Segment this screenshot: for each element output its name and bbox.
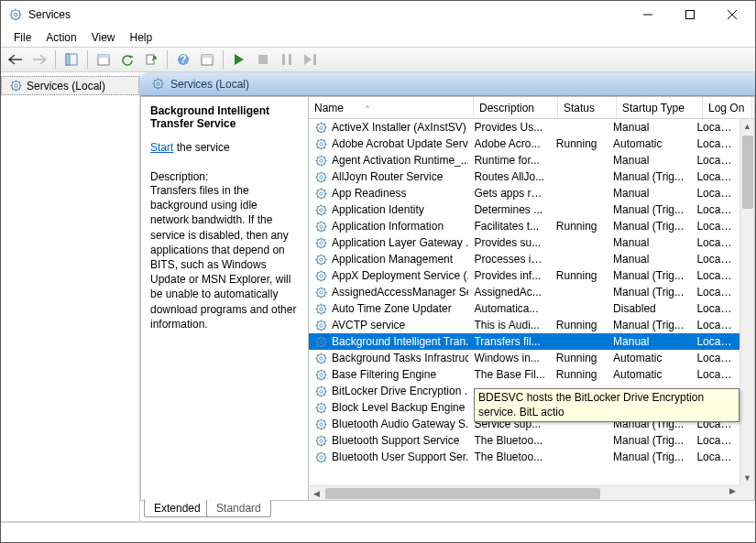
scroll-thumb[interactable] bbox=[325, 488, 600, 499]
svg-text:?: ? bbox=[180, 53, 186, 66]
minimize-button[interactable] bbox=[627, 1, 669, 28]
table-row[interactable]: Background Intelligent Tran...Transfers … bbox=[309, 333, 740, 350]
service-logon: Local Se bbox=[691, 302, 740, 315]
tab-extended[interactable]: Extended bbox=[144, 499, 211, 517]
svg-rect-14 bbox=[289, 54, 291, 65]
table-row[interactable]: Adobe Acrobat Update Serv...Adobe Acro..… bbox=[309, 136, 740, 152]
service-description: Windows in... bbox=[468, 352, 550, 364]
table-row[interactable]: Block Level Backup Engine ... bbox=[309, 399, 740, 416]
service-startup: Manual bbox=[608, 187, 691, 200]
service-name: Base Filtering Engine bbox=[332, 368, 436, 381]
service-description: The Bluetoo... bbox=[468, 451, 550, 463]
table-row[interactable]: AssignedAccessManager Se...AssignedAc...… bbox=[309, 284, 740, 300]
menu-bar: File Action View Help bbox=[1, 28, 755, 47]
svg-rect-13 bbox=[282, 54, 285, 65]
table-row[interactable]: Application InformationFacilitates t...R… bbox=[309, 218, 740, 234]
service-description: Facilitates t... bbox=[468, 220, 550, 233]
service-name: App Readiness bbox=[332, 187, 406, 200]
sort-indicator-icon: ^ bbox=[366, 103, 369, 112]
table-row[interactable]: Application IdentityDetermines ...Manual… bbox=[309, 201, 740, 218]
table-row[interactable]: Bluetooth Support ServiceThe Bluetoo...M… bbox=[309, 432, 740, 449]
gear-icon bbox=[314, 302, 328, 316]
table-row[interactable]: Base Filtering EngineThe Base Fil...Runn… bbox=[309, 366, 740, 383]
table-row[interactable]: Auto Time Zone UpdaterAutomatica...Disab… bbox=[309, 300, 740, 317]
about-button[interactable] bbox=[196, 49, 218, 70]
table-row[interactable]: BitLocker Drive Encryption ... bbox=[309, 383, 740, 399]
back-button[interactable] bbox=[5, 49, 27, 70]
pause-service-button[interactable] bbox=[276, 49, 298, 70]
gear-icon bbox=[314, 451, 328, 464]
service-name: AllJoyn Router Service bbox=[332, 170, 443, 183]
service-description: Transfers fil... bbox=[468, 335, 550, 348]
service-startup: Manual bbox=[608, 236, 691, 249]
window-title: Services bbox=[28, 8, 627, 21]
service-logon: Local Sy bbox=[691, 286, 740, 299]
svg-rect-6 bbox=[98, 55, 109, 58]
service-name: Bluetooth User Support Ser... bbox=[332, 451, 468, 463]
table-row[interactable]: AllJoyn Router ServiceRoutes AllJo...Man… bbox=[309, 168, 740, 185]
tree-item-label: Services (Local) bbox=[27, 80, 105, 92]
service-logon: Local Sy bbox=[691, 154, 740, 167]
start-service-button[interactable] bbox=[228, 49, 250, 70]
table-row[interactable]: Background Tasks Infrastruc...Windows in… bbox=[309, 350, 740, 366]
vertical-scrollbar[interactable]: ▲ ▼ bbox=[740, 119, 754, 485]
service-description: Provides su... bbox=[468, 236, 550, 249]
table-row[interactable]: AppX Deployment Service (...Provides inf… bbox=[309, 267, 740, 284]
scroll-left-button[interactable]: ◀ bbox=[309, 486, 323, 500]
table-row[interactable]: Bluetooth User Support Ser...The Bluetoo… bbox=[309, 449, 740, 465]
tree-item-services-local[interactable]: Services (Local) bbox=[1, 76, 139, 95]
menu-help[interactable]: Help bbox=[123, 29, 160, 46]
refresh-button[interactable] bbox=[116, 49, 138, 70]
table-row[interactable]: Bluetooth Audio Gateway S...Service sup.… bbox=[309, 416, 740, 432]
pane-header-title: Services (Local) bbox=[170, 78, 249, 91]
col-header-startup[interactable]: Startup Type bbox=[617, 97, 703, 118]
table-row[interactable]: AVCTP serviceThis is Audi...RunningManua… bbox=[309, 317, 740, 333]
tab-standard[interactable]: Standard bbox=[206, 500, 271, 517]
table-row[interactable]: Agent Activation Runtime_...Runtime for.… bbox=[309, 152, 740, 168]
restart-service-button[interactable] bbox=[300, 49, 322, 70]
service-name: Application Identity bbox=[332, 203, 424, 216]
menu-view[interactable]: View bbox=[84, 29, 123, 46]
col-header-logon[interactable]: Log On bbox=[703, 97, 752, 118]
service-description: This is Audi... bbox=[468, 319, 550, 331]
service-logon: Local Sy bbox=[691, 121, 740, 134]
service-name: ActiveX Installer (AxInstSV) bbox=[332, 121, 466, 134]
menu-action[interactable]: Action bbox=[38, 29, 83, 46]
scroll-down-button[interactable]: ▼ bbox=[740, 471, 754, 485]
service-name: Background Intelligent Tran... bbox=[332, 335, 468, 348]
gear-icon bbox=[9, 79, 23, 92]
scroll-up-button[interactable]: ▲ bbox=[740, 119, 754, 134]
service-description: Runtime for... bbox=[468, 154, 550, 167]
close-button[interactable] bbox=[711, 1, 753, 28]
table-row[interactable]: App ReadinessGets apps re...ManualLocal … bbox=[309, 185, 740, 201]
col-header-status[interactable]: Status bbox=[558, 97, 617, 118]
start-link[interactable]: Start bbox=[150, 141, 173, 154]
maximize-button[interactable] bbox=[669, 1, 711, 28]
horizontal-scrollbar[interactable]: ◀ ▶ bbox=[309, 485, 740, 500]
tree-pane: Services (Local) bbox=[1, 72, 140, 521]
service-logon: Local Se bbox=[691, 203, 740, 216]
stop-service-button[interactable] bbox=[252, 49, 274, 70]
status-bar bbox=[1, 522, 755, 542]
export-button[interactable] bbox=[140, 49, 162, 70]
help-button[interactable]: ? bbox=[172, 49, 194, 70]
scroll-right-button[interactable]: ▶ bbox=[725, 486, 740, 495]
table-row[interactable]: Application ManagementProcesses in...Man… bbox=[309, 251, 740, 267]
forward-button[interactable] bbox=[28, 49, 50, 70]
col-header-description[interactable]: Description bbox=[474, 97, 558, 118]
service-startup: Manual (Trig... bbox=[608, 319, 691, 331]
table-row[interactable]: ActiveX Installer (AxInstSV)Provides Us.… bbox=[309, 119, 740, 136]
properties-button[interactable] bbox=[93, 49, 115, 70]
table-row[interactable]: Application Layer Gateway ...Provides su… bbox=[309, 234, 740, 251]
service-description: Provides inf... bbox=[468, 269, 550, 282]
service-logon: Local Se bbox=[691, 434, 740, 447]
col-header-name[interactable]: Name^ bbox=[309, 97, 474, 118]
svg-rect-15 bbox=[313, 54, 316, 65]
menu-file[interactable]: File bbox=[6, 29, 38, 46]
service-startup: Manual bbox=[608, 154, 691, 167]
service-startup: Manual (Trig... bbox=[608, 286, 691, 299]
service-startup: Manual (Trig... bbox=[608, 451, 691, 463]
description-label: Description: bbox=[150, 170, 299, 183]
scroll-thumb[interactable] bbox=[742, 136, 753, 209]
show-hide-tree-button[interactable] bbox=[60, 49, 82, 70]
